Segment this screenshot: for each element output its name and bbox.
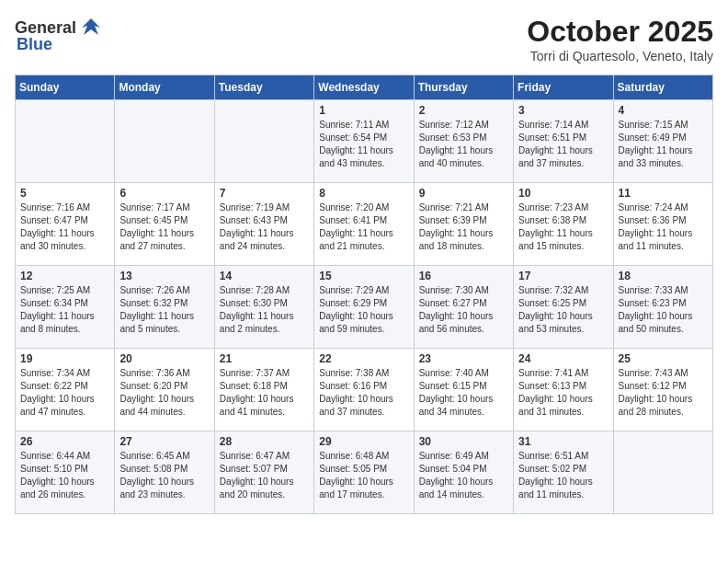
cell-content: Sunrise: 6:48 AM Sunset: 5:05 PM Dayligh… xyxy=(319,450,408,501)
calendar-cell: 7Sunrise: 7:19 AM Sunset: 6:43 PM Daylig… xyxy=(214,183,313,266)
cell-content: Sunrise: 7:23 AM Sunset: 6:38 PM Dayligh… xyxy=(518,201,608,253)
cell-content: Sunrise: 7:38 AM Sunset: 6:16 PM Dayligh… xyxy=(319,367,408,419)
calendar-cell: 13Sunrise: 7:26 AM Sunset: 6:32 PM Dayli… xyxy=(115,266,214,349)
day-number: 12 xyxy=(20,270,109,282)
calendar-cell xyxy=(214,100,313,183)
calendar-cell: 15Sunrise: 7:29 AM Sunset: 6:29 PM Dayli… xyxy=(314,266,414,349)
cell-content: Sunrise: 7:15 AM Sunset: 6:49 PM Dayligh… xyxy=(619,119,708,170)
calendar-cell: 6Sunrise: 7:17 AM Sunset: 6:45 PM Daylig… xyxy=(115,183,214,266)
page-header: General Blue October 2025 Torri di Quart… xyxy=(15,15,713,63)
calendar-cell: 20Sunrise: 7:36 AM Sunset: 6:20 PM Dayli… xyxy=(115,349,214,431)
day-number: 7 xyxy=(220,187,309,200)
col-header-tuesday: Tuesday xyxy=(214,75,313,100)
calendar-week-row: 5Sunrise: 7:16 AM Sunset: 6:47 PM Daylig… xyxy=(16,183,713,266)
calendar-cell: 29Sunrise: 6:48 AM Sunset: 5:05 PM Dayli… xyxy=(314,431,414,514)
cell-content: Sunrise: 7:30 AM Sunset: 6:27 PM Dayligh… xyxy=(419,284,508,336)
day-number: 31 xyxy=(518,435,608,448)
calendar-cell: 4Sunrise: 7:15 AM Sunset: 6:49 PM Daylig… xyxy=(613,100,712,183)
cell-content: Sunrise: 7:25 AM Sunset: 6:34 PM Dayligh… xyxy=(20,284,109,336)
day-number: 2 xyxy=(419,104,508,117)
day-number: 23 xyxy=(419,352,508,365)
cell-content: Sunrise: 7:21 AM Sunset: 6:39 PM Dayligh… xyxy=(419,201,508,253)
cell-content: Sunrise: 7:11 AM Sunset: 6:54 PM Dayligh… xyxy=(319,119,408,170)
col-header-monday: Monday xyxy=(115,75,214,100)
calendar-cell xyxy=(16,100,115,183)
logo-bird-icon xyxy=(78,15,104,40)
cell-content: Sunrise: 7:24 AM Sunset: 6:36 PM Dayligh… xyxy=(619,201,708,253)
cell-content: Sunrise: 7:16 AM Sunset: 6:47 PM Dayligh… xyxy=(20,201,109,253)
calendar-cell xyxy=(115,100,214,183)
svg-marker-0 xyxy=(82,18,100,35)
logo: General Blue xyxy=(15,15,104,54)
calendar-cell: 22Sunrise: 7:38 AM Sunset: 6:16 PM Dayli… xyxy=(314,349,414,431)
cell-content: Sunrise: 7:37 AM Sunset: 6:18 PM Dayligh… xyxy=(220,367,309,419)
day-number: 22 xyxy=(319,352,408,365)
cell-content: Sunrise: 6:51 AM Sunset: 5:02 PM Dayligh… xyxy=(518,450,608,501)
calendar-cell: 24Sunrise: 7:41 AM Sunset: 6:13 PM Dayli… xyxy=(514,349,613,431)
col-header-thursday: Thursday xyxy=(414,75,513,100)
day-number: 6 xyxy=(119,187,209,200)
cell-content: Sunrise: 7:19 AM Sunset: 6:43 PM Dayligh… xyxy=(220,201,309,253)
cell-content: Sunrise: 7:14 AM Sunset: 6:51 PM Dayligh… xyxy=(518,119,608,170)
calendar-cell: 26Sunrise: 6:44 AM Sunset: 5:10 PM Dayli… xyxy=(16,431,115,514)
day-number: 8 xyxy=(319,187,408,200)
calendar-title: October 2025 xyxy=(527,15,713,49)
cell-content: Sunrise: 7:43 AM Sunset: 6:12 PM Dayligh… xyxy=(619,367,708,419)
calendar-cell: 8Sunrise: 7:20 AM Sunset: 6:41 PM Daylig… xyxy=(314,183,414,266)
day-number: 30 xyxy=(419,435,508,448)
calendar-week-row: 12Sunrise: 7:25 AM Sunset: 6:34 PM Dayli… xyxy=(16,266,713,349)
calendar-cell: 14Sunrise: 7:28 AM Sunset: 6:30 PM Dayli… xyxy=(214,266,313,349)
title-block: October 2025 Torri di Quartesolo, Veneto… xyxy=(527,15,713,63)
day-number: 11 xyxy=(619,187,708,200)
day-number: 3 xyxy=(518,104,608,117)
calendar-cell: 27Sunrise: 6:45 AM Sunset: 5:08 PM Dayli… xyxy=(115,431,214,514)
day-number: 20 xyxy=(119,352,209,365)
day-number: 29 xyxy=(319,435,408,448)
cell-content: Sunrise: 7:41 AM Sunset: 6:13 PM Dayligh… xyxy=(518,367,608,419)
calendar-cell: 9Sunrise: 7:21 AM Sunset: 6:39 PM Daylig… xyxy=(414,183,513,266)
calendar-cell: 31Sunrise: 6:51 AM Sunset: 5:02 PM Dayli… xyxy=(514,431,613,514)
col-header-friday: Friday xyxy=(514,75,613,100)
calendar-cell: 10Sunrise: 7:23 AM Sunset: 6:38 PM Dayli… xyxy=(514,183,613,266)
calendar-week-row: 1Sunrise: 7:11 AM Sunset: 6:54 PM Daylig… xyxy=(16,100,713,183)
day-number: 15 xyxy=(319,270,408,282)
cell-content: Sunrise: 6:45 AM Sunset: 5:08 PM Dayligh… xyxy=(119,450,209,501)
calendar-cell: 17Sunrise: 7:32 AM Sunset: 6:25 PM Dayli… xyxy=(514,266,613,349)
cell-content: Sunrise: 6:47 AM Sunset: 5:07 PM Dayligh… xyxy=(220,450,309,501)
calendar-cell: 11Sunrise: 7:24 AM Sunset: 6:36 PM Dayli… xyxy=(613,183,712,266)
day-number: 27 xyxy=(119,435,209,448)
day-number: 5 xyxy=(20,187,109,200)
col-header-sunday: Sunday xyxy=(16,75,115,100)
day-number: 19 xyxy=(20,352,109,365)
calendar-header-row: SundayMondayTuesdayWednesdayThursdayFrid… xyxy=(16,75,713,100)
cell-content: Sunrise: 7:28 AM Sunset: 6:30 PM Dayligh… xyxy=(220,284,309,336)
cell-content: Sunrise: 7:20 AM Sunset: 6:41 PM Dayligh… xyxy=(319,201,408,253)
calendar-cell: 5Sunrise: 7:16 AM Sunset: 6:47 PM Daylig… xyxy=(16,183,115,266)
day-number: 21 xyxy=(220,352,309,365)
calendar-cell: 28Sunrise: 6:47 AM Sunset: 5:07 PM Dayli… xyxy=(214,431,313,514)
calendar-cell: 1Sunrise: 7:11 AM Sunset: 6:54 PM Daylig… xyxy=(314,100,414,183)
day-number: 25 xyxy=(619,352,708,365)
col-header-wednesday: Wednesday xyxy=(314,75,414,100)
calendar-cell: 30Sunrise: 6:49 AM Sunset: 5:04 PM Dayli… xyxy=(414,431,513,514)
day-number: 10 xyxy=(518,187,608,200)
col-header-saturday: Saturday xyxy=(613,75,712,100)
day-number: 16 xyxy=(419,270,508,282)
calendar-table: SundayMondayTuesdayWednesdayThursdayFrid… xyxy=(15,75,713,514)
cell-content: Sunrise: 7:34 AM Sunset: 6:22 PM Dayligh… xyxy=(20,367,109,419)
calendar-cell: 16Sunrise: 7:30 AM Sunset: 6:27 PM Dayli… xyxy=(414,266,513,349)
day-number: 9 xyxy=(419,187,508,200)
calendar-subtitle: Torri di Quartesolo, Veneto, Italy xyxy=(527,49,713,63)
calendar-cell: 3Sunrise: 7:14 AM Sunset: 6:51 PM Daylig… xyxy=(514,100,613,183)
day-number: 18 xyxy=(619,270,708,282)
calendar-week-row: 26Sunrise: 6:44 AM Sunset: 5:10 PM Dayli… xyxy=(16,431,713,514)
cell-content: Sunrise: 6:49 AM Sunset: 5:04 PM Dayligh… xyxy=(419,450,508,501)
day-number: 28 xyxy=(220,435,309,448)
cell-content: Sunrise: 7:36 AM Sunset: 6:20 PM Dayligh… xyxy=(119,367,209,419)
cell-content: Sunrise: 7:33 AM Sunset: 6:23 PM Dayligh… xyxy=(619,284,708,336)
cell-content: Sunrise: 7:29 AM Sunset: 6:29 PM Dayligh… xyxy=(319,284,408,336)
cell-content: Sunrise: 6:44 AM Sunset: 5:10 PM Dayligh… xyxy=(20,450,109,501)
day-number: 1 xyxy=(319,104,408,117)
calendar-cell: 2Sunrise: 7:12 AM Sunset: 6:53 PM Daylig… xyxy=(414,100,513,183)
cell-content: Sunrise: 7:32 AM Sunset: 6:25 PM Dayligh… xyxy=(518,284,608,336)
